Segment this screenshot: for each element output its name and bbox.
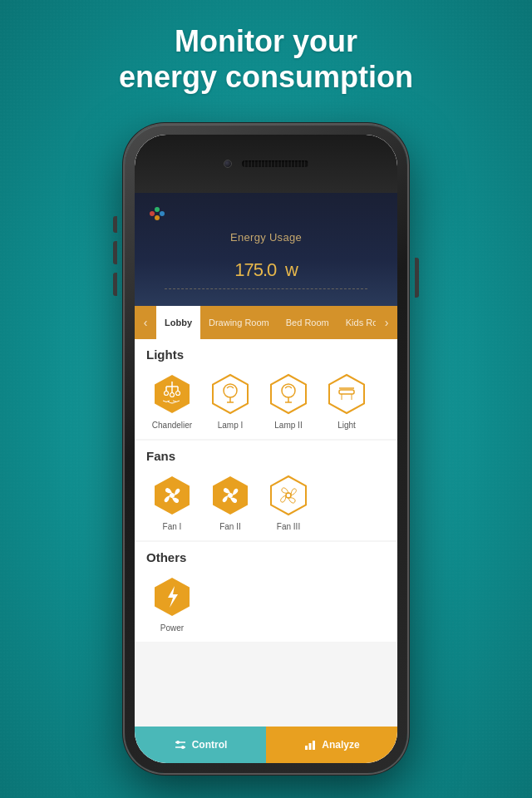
app-logo-icon	[148, 204, 166, 223]
volume-down-button[interactable]	[113, 273, 117, 296]
tab-lobby[interactable]: Lobby	[156, 306, 200, 339]
lights-title: Lights	[146, 347, 386, 362]
svg-marker-30	[271, 476, 306, 515]
lamp1-label: Lamp I	[218, 421, 244, 431]
light-icon	[324, 372, 369, 416]
camera-dot	[224, 160, 232, 168]
speaker-grille	[242, 160, 308, 167]
scroll-content[interactable]: Lights	[135, 339, 397, 727]
fan1-icon	[150, 473, 195, 518]
volume-up-button[interactable]	[113, 241, 117, 264]
power-button[interactable]	[415, 258, 419, 298]
svg-point-1	[155, 207, 160, 212]
lamp2-label: Lamp II	[274, 421, 302, 431]
others-grid: Power	[146, 574, 386, 633]
tab-drawing-room[interactable]: Drawing Room	[200, 306, 278, 339]
svg-marker-17	[271, 375, 306, 413]
energy-unit: w	[285, 259, 298, 280]
energy-divider	[165, 288, 367, 289]
phone-shell: Energy Usage 175.0 w ‹ Lobby Drawing Roo…	[125, 125, 407, 773]
energy-number: 175.0	[234, 259, 276, 280]
svg-point-0	[150, 211, 155, 216]
fan1-label: Fan I	[163, 522, 182, 532]
phone-screen: Energy Usage 175.0 w ‹ Lobby Drawing Roo…	[135, 135, 397, 763]
analyze-button[interactable]: Analyze	[266, 727, 397, 763]
headline-line2: energy consumption	[119, 60, 413, 94]
svg-point-27	[170, 493, 175, 498]
lamp1-device[interactable]: Lamp I	[204, 372, 256, 431]
control-icon	[174, 738, 187, 751]
svg-marker-4	[155, 375, 190, 413]
fan2-device[interactable]: Fan II	[204, 473, 256, 532]
app-content: Energy Usage 175.0 w ‹ Lobby Drawing Roo…	[135, 193, 397, 763]
power-device[interactable]: Power	[146, 574, 198, 633]
chandelier-label: Chandelier	[152, 421, 192, 431]
lights-section: Lights	[135, 339, 397, 439]
svg-point-2	[160, 211, 165, 216]
fan2-icon	[208, 473, 253, 518]
lamp2-icon	[266, 372, 311, 416]
phone-device: Energy Usage 175.0 w ‹ Lobby Drawing Roo…	[125, 125, 407, 773]
tab-prev-arrow[interactable]: ‹	[135, 306, 156, 339]
room-tabs: ‹ Lobby Drawing Room Bed Room Kids Room …	[135, 306, 397, 339]
headline: Monitor your energy consumption	[0, 0, 532, 108]
svg-rect-22	[339, 390, 354, 394]
tab-kids-room[interactable]: Kids Room	[337, 306, 376, 339]
chandelier-device[interactable]: Chandelier	[146, 372, 198, 431]
light-device[interactable]: Light	[321, 372, 372, 431]
control-button[interactable]: Control	[135, 727, 266, 763]
lamp1-icon	[208, 372, 253, 416]
lamp2-device[interactable]: Lamp II	[263, 372, 314, 431]
analyze-icon	[303, 738, 317, 751]
fan3-label: Fan III	[277, 522, 300, 532]
fans-title: Fans	[146, 449, 386, 463]
tab-next-arrow[interactable]: ›	[376, 306, 397, 339]
fans-grid: Fan I	[146, 473, 386, 532]
svg-rect-38	[309, 743, 312, 750]
fan2-label: Fan II	[219, 522, 241, 532]
others-title: Others	[146, 550, 386, 564]
phone-top-bar	[135, 135, 397, 193]
light-label: Light	[337, 421, 356, 431]
bottom-nav: Control Analyze	[135, 727, 397, 763]
fan1-device[interactable]: Fan I	[146, 473, 198, 532]
others-section: Others Power	[135, 542, 397, 642]
energy-value: 175.0 w	[148, 247, 384, 282]
headline-line1: Monitor your	[175, 24, 357, 58]
fans-section: Fans	[135, 441, 397, 540]
app-logo	[148, 204, 384, 223]
fan3-device[interactable]: Fan III	[263, 473, 314, 532]
svg-point-3	[155, 215, 160, 220]
analyze-label: Analyze	[322, 739, 359, 751]
mute-button[interactable]	[113, 216, 117, 233]
energy-title: Energy Usage	[148, 231, 384, 244]
svg-point-31	[286, 493, 291, 498]
svg-rect-39	[313, 741, 315, 750]
tabs-list: Lobby Drawing Room Bed Room Kids Room	[156, 306, 376, 339]
svg-rect-37	[305, 746, 308, 750]
power-icon	[150, 574, 195, 619]
chandelier-icon	[150, 372, 195, 416]
lights-grid: Chandelier	[146, 372, 386, 431]
svg-point-36	[181, 746, 185, 749]
control-label: Control	[192, 739, 228, 751]
svg-point-29	[228, 493, 233, 498]
tab-bed-room[interactable]: Bed Room	[278, 306, 337, 339]
energy-header: Energy Usage 175.0 w	[135, 193, 397, 306]
svg-marker-13	[213, 375, 248, 413]
fan3-icon	[266, 473, 311, 518]
svg-point-34	[176, 741, 180, 744]
power-label: Power	[160, 623, 184, 633]
